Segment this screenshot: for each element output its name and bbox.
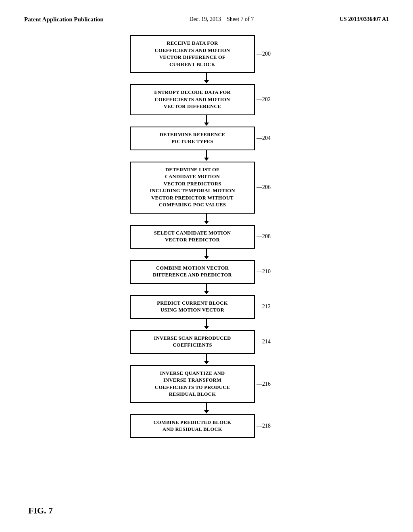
label-212: —212 bbox=[255, 303, 283, 310]
label-204: —204 bbox=[255, 135, 283, 141]
flow-step-200: RECEIVE DATA FORCOEFFICIENTS AND MOTIONV… bbox=[130, 35, 283, 73]
flow-step-202: ENTROPY DECODE DATA FORCOEFFICIENTS AND … bbox=[130, 84, 283, 115]
header-left: Patent Application Publication bbox=[24, 16, 104, 23]
fig-label: FIG. 7 bbox=[28, 505, 53, 516]
flow-step-218: COMBINE PREDICTED BLOCKAND RESIDUAL BLOC… bbox=[130, 414, 283, 438]
patent-page: Patent Application Publication Dec. 19, … bbox=[0, 0, 413, 532]
flow-step-212: PREDICT CURRENT BLOCKUSING MOTION VECTOR… bbox=[130, 295, 283, 319]
flow-step-216: INVERSE QUANTIZE ANDINVERSE TRANSFORMCOE… bbox=[130, 365, 283, 403]
flow-step-208: SELECT CANDIDATE MOTIONVECTOR PREDICTOR … bbox=[130, 225, 283, 249]
label-202: —202 bbox=[255, 96, 283, 103]
label-216: —216 bbox=[255, 381, 283, 387]
box-204: DETERMINE REFERENCEPICTURE TYPES bbox=[130, 127, 255, 150]
label-214: —214 bbox=[255, 339, 283, 345]
flowchart-steps: RECEIVE DATA FORCOEFFICIENTS AND MOTIONV… bbox=[130, 35, 283, 438]
flow-step-206: DETERMINE LIST OFCANDIDATE MOTIONVECTOR … bbox=[130, 162, 283, 214]
box-208: SELECT CANDIDATE MOTIONVECTOR PREDICTOR bbox=[130, 225, 255, 249]
box-212: PREDICT CURRENT BLOCKUSING MOTION VECTOR bbox=[130, 295, 255, 319]
flowchart: RECEIVE DATA FORCOEFFICIENTS AND MOTIONV… bbox=[24, 35, 389, 438]
header-sheet: Sheet 7 of 7 bbox=[227, 16, 254, 22]
label-208: —208 bbox=[255, 233, 283, 240]
label-218: —218 bbox=[255, 423, 283, 429]
label-206: —206 bbox=[255, 184, 283, 191]
box-202: ENTROPY DECODE DATA FORCOEFFICIENTS AND … bbox=[130, 84, 255, 115]
box-206: DETERMINE LIST OFCANDIDATE MOTIONVECTOR … bbox=[130, 162, 255, 214]
flow-step-214: INVERSE SCAN REPRODUCEDCOEFFICIENTS —214 bbox=[130, 330, 283, 354]
flow-step-210: COMBINE MOTION VECTORDIFFERENCE AND PRED… bbox=[130, 260, 283, 284]
header-date: Dec. 19, 2013 bbox=[189, 16, 221, 22]
label-200: —200 bbox=[255, 51, 283, 57]
box-200: RECEIVE DATA FORCOEFFICIENTS AND MOTIONV… bbox=[130, 35, 255, 73]
page-header: Patent Application Publication Dec. 19, … bbox=[24, 16, 389, 23]
box-216: INVERSE QUANTIZE ANDINVERSE TRANSFORMCOE… bbox=[130, 365, 255, 403]
box-214: INVERSE SCAN REPRODUCEDCOEFFICIENTS bbox=[130, 330, 255, 354]
box-210: COMBINE MOTION VECTORDIFFERENCE AND PRED… bbox=[130, 260, 255, 284]
box-218: COMBINE PREDICTED BLOCKAND RESIDUAL BLOC… bbox=[130, 414, 255, 438]
flow-step-204: DETERMINE REFERENCEPICTURE TYPES —204 bbox=[130, 127, 283, 150]
label-210: —210 bbox=[255, 268, 283, 275]
header-right: US 2013/0336407 A1 bbox=[340, 16, 389, 23]
header-center: Dec. 19, 2013 Sheet 7 of 7 bbox=[189, 16, 254, 23]
